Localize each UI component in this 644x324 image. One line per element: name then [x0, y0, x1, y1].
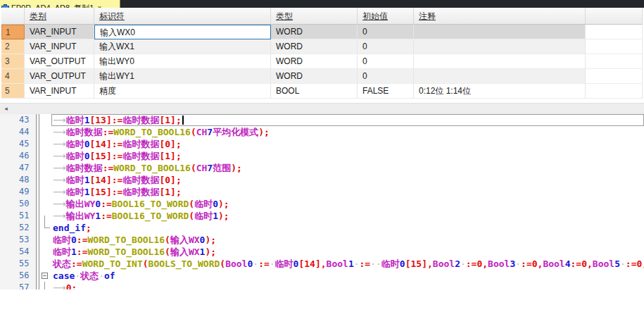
row-number[interactable]: 1 [1, 25, 25, 39]
cell-category[interactable]: VAR_INPUT [25, 84, 94, 99]
column-header-3[interactable]: 类型 [271, 8, 358, 25]
code-line-content[interactable]: 状态:=WORD_TO_INT(BOOLS_TO_WORD(Bool0·:=·临… [51, 258, 644, 270]
line-number: 55 [0, 258, 37, 270]
cell-comment[interactable] [414, 39, 586, 54]
cell-category[interactable]: VAR_INPUT [25, 25, 94, 39]
cell-extra[interactable] [586, 25, 643, 39]
cell-initial[interactable]: 0 [358, 25, 414, 39]
column-header-6[interactable] [586, 8, 643, 25]
code-line-content[interactable]: ⟶临时1[13]:=临时数据[1]; [51, 114, 644, 126]
column-header-rownum[interactable] [1, 8, 25, 25]
cell-type[interactable]: BOOL [271, 84, 358, 99]
cell-extra[interactable] [586, 54, 643, 69]
code-token: case [53, 270, 75, 281]
code-line[interactable]: 53临时0:=WORD_TO_BOOL16(输入WX0); [0, 234, 644, 246]
code-line-content[interactable]: ⟶临时1[15]:=临时数据[1]; [51, 186, 644, 198]
column-header-1[interactable]: 类别 [25, 8, 94, 25]
cell-type[interactable]: WORD [271, 69, 358, 84]
column-header-2[interactable]: 标识符 [94, 8, 271, 25]
table-row: 4VAR_OUTPUT输出WY1WORD0 [1, 69, 643, 84]
code-line[interactable]: 47⟶临时数据:=WORD_TO_BOOL16(CH7范围); [0, 162, 644, 174]
cell-identifier[interactable]: 输入WX0 [94, 25, 271, 39]
cell-initial[interactable]: 0 [358, 54, 414, 69]
code-line-content[interactable]: ⟶临时1[14]:=临时数据[0]; [51, 174, 644, 186]
code-token: [14] [298, 258, 320, 269]
cell-identifier[interactable]: 输入WX1 [94, 39, 271, 54]
code-line[interactable]: 49⟶临时1[15]:=临时数据[1]; [0, 186, 644, 198]
row-number[interactable]: 4 [1, 69, 25, 84]
code-token: Bool [543, 258, 564, 269]
code-token: 4 [565, 258, 571, 269]
column-header-4[interactable]: 初始值 [358, 8, 414, 25]
code-token: Bool [433, 258, 455, 269]
code-token: := [466, 258, 477, 269]
code-token: · [253, 258, 258, 269]
cell-comment[interactable] [414, 54, 586, 69]
cell-type[interactable]: WORD [271, 54, 358, 69]
cell-extra[interactable] [586, 84, 643, 99]
code-token: WORD_TO_BOOL16 [87, 247, 165, 257]
code-line[interactable]: 46⟶临时0[15]:=临时数据[1]; [0, 150, 644, 162]
cell-category[interactable]: VAR_INPUT [25, 39, 94, 54]
cell-type[interactable]: WORD [271, 25, 358, 39]
cell-comment[interactable] [414, 25, 586, 39]
document-tab[interactable]: FP0R_AD4_AD8_复制1 × [0, 0, 120, 8]
cell-identifier[interactable]: 输出WY1 [94, 69, 271, 84]
code-line[interactable]: 43⟶临时1[13]:=临时数据[1]; [0, 114, 644, 126]
fold-collapse-icon[interactable]: − [42, 273, 48, 279]
code-line-content[interactable]: ⟶临时数据:=WORD_TO_BOOL16(CH7平均化模式); [51, 126, 644, 138]
cell-extra[interactable] [586, 39, 643, 54]
row-number[interactable]: 5 [1, 84, 25, 99]
code-token: 临时 [53, 247, 71, 257]
code-line[interactable]: 50⟶输出WY0:=BOOL16_TO_WORD(临时0); [0, 198, 644, 210]
code-line[interactable]: 56−case·状态·of [0, 270, 644, 282]
cell-comment[interactable] [414, 69, 586, 84]
code-line-content[interactable]: case·状态·of [51, 270, 644, 282]
fold-margin [39, 246, 51, 258]
row-number[interactable]: 3 [1, 54, 25, 69]
code-line[interactable]: 45⟶临时0[14]:=临时数据[0]; [0, 138, 644, 150]
cell-initial[interactable]: FALSE [358, 84, 414, 99]
fold-margin [39, 198, 51, 210]
code-line[interactable]: 48⟶临时1[14]:=临时数据[0]; [0, 174, 644, 186]
fold-margin [39, 186, 51, 198]
cell-category[interactable]: VAR_OUTPUT [25, 54, 94, 69]
code-line-content[interactable]: 临时0:=WORD_TO_BOOL16(输入WX0); [51, 234, 644, 246]
scroll-left-arrow-icon[interactable]: ◂ [0, 104, 12, 114]
code-line-content[interactable]: ⟶临时0[15]:=临时数据[1]; [51, 150, 644, 162]
code-line[interactable]: 52end_if; [0, 222, 644, 234]
code-line-content[interactable]: 临时1:=WORD_TO_BOOL16(输入WX1); [51, 246, 644, 258]
cell-identifier[interactable]: 输出WY0 [94, 54, 271, 69]
cell-extra[interactable] [586, 69, 643, 84]
code-token: ; [210, 235, 216, 245]
code-token: [0] [159, 175, 175, 185]
table-horizontal-scrollbar[interactable]: ◂ [0, 103, 644, 114]
code-token: [15] [89, 187, 111, 197]
code-token: ) [258, 127, 264, 137]
code-token: WORD_TO_BOOL16 [113, 163, 191, 173]
code-line[interactable]: 51⟶输出WY1:=BOOL16_TO_WORD(临时1); [0, 210, 644, 222]
code-line-content[interactable]: ⟶临时0[14]:=临时数据[0]; [51, 138, 644, 150]
row-number[interactable]: 2 [1, 39, 25, 54]
code-line[interactable]: 44⟶临时数据:=WORD_TO_BOOL16(CH7平均化模式); [0, 126, 644, 138]
code-line-content[interactable]: ⟶输出WY0:=BOOL16_TO_WORD(临时0); [51, 198, 644, 210]
code-line[interactable]: 55状态:=WORD_TO_INT(BOOLS_TO_WORD(Bool0·:=… [0, 258, 644, 270]
cell-comment[interactable]: 0:12位 1:14位 [414, 84, 586, 99]
cell-identifier[interactable]: 精度 [94, 84, 271, 99]
code-token: ( [165, 247, 170, 257]
code-token: · [99, 270, 104, 281]
code-line-content[interactable]: ⟶临时数据:=WORD_TO_BOOL16(CH7范围); [51, 162, 644, 174]
cell-type[interactable]: WORD [271, 39, 358, 54]
code-editor[interactable]: 43⟶临时1[13]:=临时数据[1];44⟶临时数据:=WORD_TO_BOO… [0, 114, 644, 324]
cell-initial[interactable]: 0 [358, 39, 414, 54]
cell-category[interactable]: VAR_OUTPUT [25, 69, 94, 84]
code-line-content[interactable]: ⟶输出WY1:=BOOL16_TO_WORD(临时1); [51, 210, 644, 222]
code-token: ) [218, 199, 224, 209]
code-line[interactable]: 54临时1:=WORD_TO_BOOL16(输入WX1); [0, 246, 644, 258]
cell-initial[interactable]: 0 [358, 69, 414, 84]
table-row: 5VAR_INPUT精度BOOLFALSE0:12位 1:14位 [1, 84, 643, 99]
column-header-5[interactable]: 注释 [414, 8, 586, 25]
line-number: 51 [0, 210, 37, 222]
text-caret [182, 116, 184, 125]
code-line-content[interactable]: end_if; [51, 222, 644, 234]
